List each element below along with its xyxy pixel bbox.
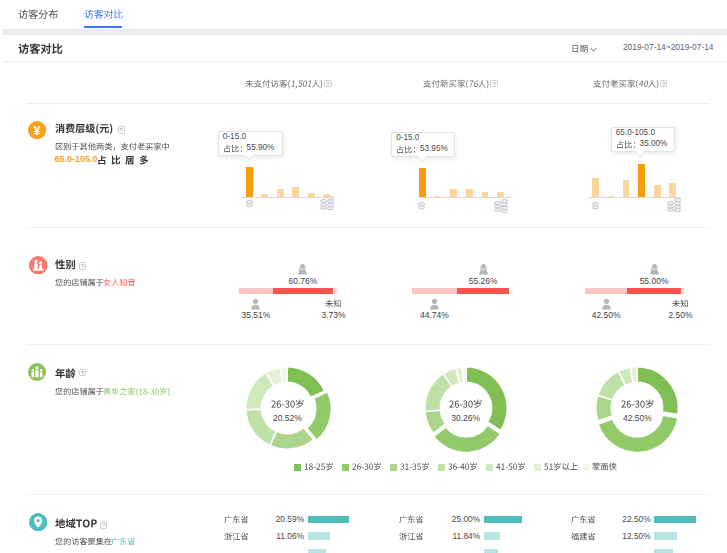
svg-text:¥: ¥ [33, 124, 40, 138]
